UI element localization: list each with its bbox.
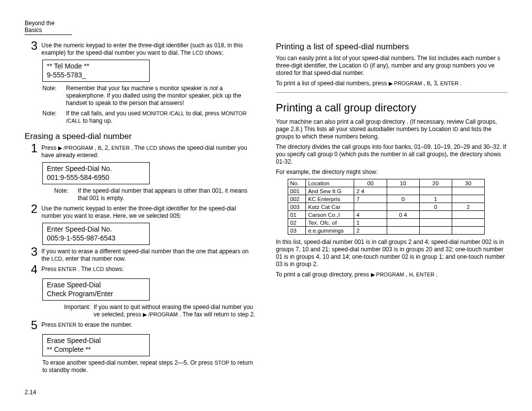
table-cell [387, 219, 419, 227]
table-header: 10 [387, 179, 419, 187]
page-number: 2.14 [25, 389, 256, 396]
text: , [437, 80, 440, 87]
footer-text: To erase another speed-dial number, repe… [42, 359, 256, 374]
lcd-display: Enter Speed-Dial No. 005:9-1-555-987-654… [42, 223, 150, 245]
table-cell: 2 4 [354, 187, 387, 195]
note-label: Note: [42, 85, 66, 107]
step-text: Press ENTER . The LCD shows: [41, 266, 256, 275]
text: To print a call group directory, press [276, 271, 371, 278]
text: To erase another speed-dial number, repe… [42, 359, 215, 366]
table-cell: 0 4 [387, 211, 419, 219]
table-cell: 2 [452, 203, 484, 211]
table-cell: Tex. Ofc. of [306, 219, 354, 227]
lcd-line: Erase Speed-Dial [47, 337, 145, 345]
left-column: 3 Use the numeric keypad to enter the th… [25, 42, 256, 396]
lcd-display: Enter Speed-Dial No. 001:9-555-584-6950 [42, 162, 150, 184]
text-italic: not [209, 85, 218, 92]
text: Remember that your fax machine s monitor… [66, 85, 209, 92]
erase-step-4: 4 Press ENTER . The LCD shows: [25, 266, 256, 275]
text: to erase the number. [76, 321, 132, 328]
callgroup-heading: Printing a call group directory [276, 102, 507, 114]
text: . [436, 271, 437, 278]
key-label: ENTER [58, 322, 76, 328]
text: , [95, 144, 98, 151]
table-cell: 2 [354, 227, 387, 235]
text: , enter that number now. [62, 255, 126, 262]
step-number: 2 [25, 203, 37, 220]
table-cell: 0 [387, 195, 419, 203]
note-label: Important: [64, 304, 94, 318]
text: Press [41, 144, 58, 151]
key-label: STOP [215, 360, 230, 366]
step-text: Press ▶ /PROGRAM , B, 2, ENTER . The LCD… [41, 144, 256, 159]
step-text: Use the numeric keypad to enter the thre… [41, 205, 256, 220]
lcd-label: LCD [93, 266, 104, 272]
table-cell [419, 211, 452, 219]
key-label: H [409, 272, 413, 277]
note: Note: If the speed-dial number that appe… [54, 187, 256, 202]
key-label: ▶ PROGRAM [371, 272, 406, 277]
right-column: Printing a list of speed-dial numbers Yo… [276, 42, 507, 396]
table-cell [419, 219, 452, 227]
lcd-line: Enter Speed-Dial No. [47, 165, 145, 173]
table-row: 003 Katz Cat Car 0 2 [288, 203, 485, 211]
lcd-label: LCD [193, 50, 203, 56]
text: . [460, 80, 462, 87]
paragraph: For example, the directory might show: [276, 169, 507, 176]
table-cell: 01 [288, 211, 306, 219]
text: , [413, 271, 416, 278]
table-cell [387, 187, 419, 195]
key-label: B [427, 80, 430, 86]
table-row: 001 And Sew It G 2 4 [288, 187, 485, 195]
lcd-line: Erase Speed-Dial [47, 281, 145, 290]
text: Press [41, 321, 58, 328]
step-number: 1 [25, 142, 37, 159]
directory-table: No. Location 00 10 20 30 001 And Sew It … [288, 179, 485, 235]
key-label: ENTER [58, 266, 78, 272]
step-number: 3 [25, 246, 37, 263]
erasing-heading: Erasing a speed-dial number [25, 132, 256, 141]
lcd-line: Check Program/Enter [47, 290, 145, 299]
lcd-line: 001:9-555-584-6950 [47, 173, 145, 182]
text: shows: [104, 266, 124, 273]
table-cell: KC Enterpris [306, 195, 354, 203]
text: . The [131, 144, 146, 151]
table-cell [452, 219, 484, 227]
text: If the call fails, and you used [66, 110, 142, 117]
print-list-heading: Printing a list of speed-dial numbers [276, 42, 507, 52]
table-cell: 0 [419, 203, 452, 211]
table-row: 002 KC Enterpris 7 0 1 [288, 195, 485, 203]
text: to hang up. [81, 117, 112, 124]
key-label: ▶ PROGRAM [389, 80, 424, 86]
lcd-line: ** Complete ** [47, 345, 145, 354]
text: . The [78, 266, 93, 273]
key-label: ▶ /PROGRAM [58, 145, 95, 151]
paragraph: To print a call group directory, press ▶… [276, 271, 507, 278]
note-body: Remember that your fax machine s monitor… [66, 85, 256, 107]
lcd-display: ** Tel Mode ** 9-555-5783_ [42, 60, 150, 82]
text: To print a list of speed-dial numbers, p… [276, 80, 389, 87]
erase-step-5: 5 Press ENTER to erase the number. [25, 321, 256, 331]
key-label: B [98, 145, 101, 151]
note-label: Note: [42, 110, 66, 125]
erase-step-3: 3 If you want to erase a different speed… [25, 248, 256, 263]
text: 018 [214, 42, 224, 49]
table-cell: Carson Co.,I [306, 211, 354, 219]
key-label: ENTER [440, 80, 460, 86]
id-label: ID [363, 63, 368, 68]
table-cell: 1 [354, 219, 387, 227]
note-body: If the call fails, and you used MONITOR … [66, 110, 256, 125]
table-cell: 002 [288, 195, 306, 203]
lcd-line: ** Tel Mode ** [47, 62, 145, 71]
key-label: ENTER [416, 272, 436, 277]
paragraph: To print a list of speed-dial numbers, p… [276, 80, 507, 87]
key-label: ▶ /PROGRAM [143, 311, 179, 317]
note-body: If you want to quit without erasing the … [94, 304, 256, 318]
table-cell: e.e.gummings [306, 227, 354, 235]
step-text: Use the numeric keypad to enter the thre… [41, 42, 256, 57]
lcd-line: 9-555-5783_ [47, 71, 145, 80]
step-number: 3 [25, 40, 37, 57]
text: to dial, press [184, 110, 221, 117]
important-note: Important: If you want to quit without e… [64, 304, 256, 318]
lcd-line: 005:9-1-555-987-6543 [47, 234, 145, 243]
